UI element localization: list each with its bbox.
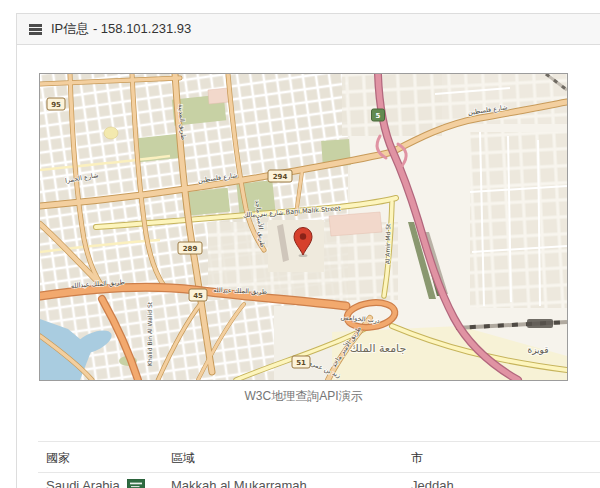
city-cell: Jeddah	[403, 473, 600, 488]
svg-text:289: 289	[183, 245, 198, 253]
route-shield-51: 51	[292, 356, 310, 368]
route-shield-5: 5	[372, 109, 385, 121]
region-cell: Makkah al Mukarramah	[163, 473, 403, 488]
map-figure: شارع فلسطين شارع فلسطين شارع بني مالك Ba…	[39, 73, 568, 405]
ip-info-table: 國家 區域 市 Saudi Arabia Makkah al Mukarrama…	[38, 441, 600, 488]
map-canvas: شارع فلسطين شارع فلسطين شارع بني مالك Ba…	[40, 74, 567, 380]
route-shield-45: 45	[189, 289, 207, 301]
route-shield-294: 294	[268, 170, 292, 182]
map-caption: W3C地理查詢API演示	[39, 388, 568, 405]
svg-text:294: 294	[273, 173, 288, 181]
table-row: Saudi Arabia Makkah al Mukarramah Jeddah	[38, 473, 600, 488]
svg-text:5: 5	[376, 112, 381, 120]
panel-title: IP信息 - 158.101.231.93	[51, 20, 191, 38]
col-header-country: 國家	[38, 442, 163, 473]
panel-body: شارع فلسطين شارع فلسطين شارع بني مالك Ba…	[17, 45, 600, 488]
svg-text:95: 95	[51, 101, 61, 109]
table-header-row: 國家 區域 市	[38, 442, 600, 473]
road-label: Khalid Bin Al Walid St	[146, 301, 153, 366]
country-value: Saudi Arabia	[46, 478, 120, 488]
country-cell: Saudi Arabia	[38, 473, 163, 488]
svg-text:45: 45	[193, 292, 203, 300]
col-header-region: 區域	[163, 442, 403, 473]
col-header-city: 市	[403, 442, 600, 473]
place-label-quwayzah: قويزة	[527, 345, 548, 355]
panel-heading: IP信息 - 158.101.231.93	[17, 14, 600, 45]
svg-text:51: 51	[296, 359, 306, 367]
route-shield-95: 95	[47, 98, 65, 110]
ip-info-panel: IP信息 - 158.101.231.93	[16, 13, 600, 488]
map[interactable]: شارع فلسطين شارع فلسطين شارع بني مالك Ba…	[39, 73, 568, 381]
route-shield-289: 289	[178, 242, 202, 254]
road-label: Al Amir Md St	[384, 223, 392, 264]
place-label-university: جامعة الملك	[350, 342, 406, 355]
list-icon	[29, 24, 42, 35]
saudi-arabia-flag-icon	[127, 479, 145, 488]
